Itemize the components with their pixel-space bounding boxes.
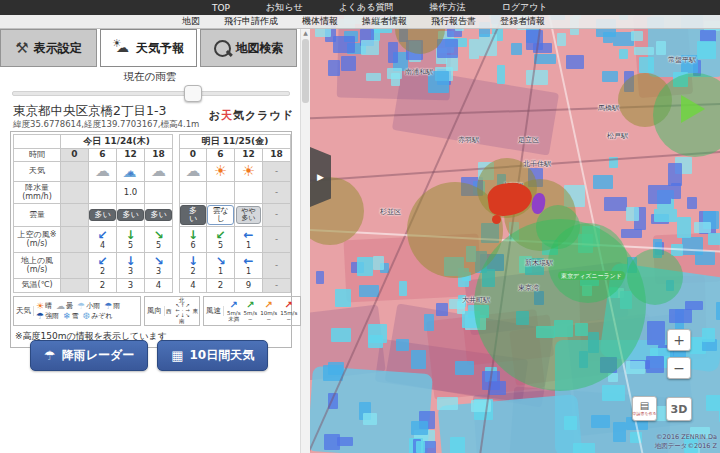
zoom-in-button[interactable]: + xyxy=(667,329,691,351)
chevron-right-icon: ▶ xyxy=(317,172,324,182)
precip-cell xyxy=(145,182,173,204)
wind-arrow-icon: ↘ xyxy=(215,255,225,267)
map-copyright: ©2016 ZENRIN Da 地図データ©2016 Z xyxy=(655,433,717,450)
panel-scrollbar[interactable]: ▲ xyxy=(300,28,310,453)
make-document-button[interactable]: ▤ 申請書を作る xyxy=(632,396,657,421)
sun-icon: ☀ xyxy=(36,301,44,311)
scrollbar-up-icon[interactable]: ▲ xyxy=(301,29,310,36)
row-label-surface-wind: 地上の風(m/s) xyxy=(13,253,61,279)
map-overlay xyxy=(416,441,425,453)
weather-widget: 今日 11/24(木)明日 11/25(金)時間061218061218天気☁☁… xyxy=(10,131,292,348)
cloud-icon: ☁ xyxy=(151,164,166,179)
top-nav-item-4[interactable]: ログアウト xyxy=(502,1,548,14)
map-overlay xyxy=(708,233,720,245)
cloud-badge: 多い xyxy=(180,205,206,226)
temp-cell: 9 xyxy=(235,279,263,293)
location-coordinates: 緯度35.6778614,経度139.7703167,標高4.1m xyxy=(13,119,199,131)
weather-icon-cell: ☁ xyxy=(89,162,117,182)
menu-bar-item-5[interactable]: 登録者情報 xyxy=(500,15,545,28)
table-corner-cell xyxy=(13,134,61,149)
row-label-temp: 気温(℃) xyxy=(13,279,61,293)
map-overlay xyxy=(669,309,692,323)
map-overlay xyxy=(366,73,381,81)
3d-view-button[interactable]: 3D xyxy=(666,397,692,421)
map-overlay xyxy=(357,257,373,276)
menu-bar: 地図飛行申請作成機体情報操縦者情報飛行報告書登録者情報 xyxy=(0,15,720,29)
legend-wind-speed-item: ↗5m/s~ xyxy=(244,300,258,323)
cloud-cover-cell: 雲なし xyxy=(207,204,235,227)
map-overlay xyxy=(604,197,627,211)
map-place-label: 新木場駅 xyxy=(525,258,553,268)
map-place-label: 杉並区 xyxy=(380,207,401,217)
top-nav-bar: TOPお知らせよくある質問操作方法ログアウト xyxy=(0,0,720,15)
menu-bar-item-3[interactable]: 操縦者情報 xyxy=(362,15,407,28)
cloud-icon: ☁ xyxy=(56,301,65,311)
map-overlay xyxy=(455,361,474,375)
map-overlay xyxy=(424,314,435,331)
panel-collapse-handle[interactable]: ▶ xyxy=(310,147,331,207)
map-overlay xyxy=(368,324,387,343)
hour-cell: 6 xyxy=(207,149,235,162)
legend-weather-item: ☀晴 xyxy=(36,301,52,311)
hour-cell: 12 xyxy=(235,149,263,162)
document-icon: ▤ xyxy=(640,401,649,411)
row-label-time: 時間 xyxy=(13,149,61,162)
menu-bar-item-1[interactable]: 飛行申請作成 xyxy=(224,15,278,28)
map-place-label: 松戸駅 xyxy=(607,131,628,141)
weather-icon-cell: ☀ xyxy=(235,162,263,182)
map-overlay xyxy=(593,175,613,189)
hour-cell: 12 xyxy=(117,149,145,162)
day-header-tomorrow: 明日 11/25(金) xyxy=(179,134,291,149)
scrollbar-thumb[interactable] xyxy=(302,39,309,103)
precip-cell: 1.0 xyxy=(117,182,145,204)
wind-cell: ↓2 xyxy=(179,253,207,279)
map-overlay xyxy=(331,328,351,342)
weather-icon-cell: ☁❄ xyxy=(117,162,145,182)
precip-cell xyxy=(235,182,263,204)
menu-bar-item-0[interactable]: 地図 xyxy=(182,15,200,28)
temp-cell: - xyxy=(263,279,291,293)
menu-bar-item-4[interactable]: 飛行報告書 xyxy=(431,15,476,28)
top-nav-item-2[interactable]: よくある質問 xyxy=(339,1,394,14)
zoom-out-button[interactable]: − xyxy=(667,357,691,379)
map-overlay xyxy=(626,361,645,374)
map-place-label: 赤羽駅 xyxy=(458,135,479,145)
top-nav-item-3[interactable]: 操作方法 xyxy=(430,1,466,14)
map-place-label: 北千住駅 xyxy=(523,159,551,169)
panel-tabs: ⚒ 表示設定 ☀☁ 天気予報 地図検索 xyxy=(0,28,300,67)
weather-icon-cell: - xyxy=(263,162,291,182)
map-overlay xyxy=(573,443,595,453)
hour-cell: 0 xyxy=(61,149,89,162)
tab-display-settings[interactable]: ⚒ 表示設定 xyxy=(0,29,97,67)
map-overlay xyxy=(526,70,548,85)
slider-handle[interactable] xyxy=(184,85,202,102)
cloud-icon: ☁ xyxy=(186,164,201,179)
hour-cell: 6 xyxy=(89,149,117,162)
rain-radar-button[interactable]: ☂ 降雨レーダー xyxy=(30,340,148,371)
tab-map-search[interactable]: 地図検索 xyxy=(200,29,297,67)
menu-bar-item-2[interactable]: 機体情報 xyxy=(302,15,338,28)
map-canvas[interactable]: ▶ + − 3D ▤ 申請書を作る ©2016 ZENRIN Da 地図データ©… xyxy=(310,15,720,453)
top-nav-item-0[interactable]: TOP xyxy=(212,3,230,13)
wind-arrow-icon: ↓ xyxy=(188,255,198,267)
cloud-cover-cell xyxy=(61,204,89,227)
magnifier-icon xyxy=(214,40,231,57)
map-place-label: 大井町駅 xyxy=(462,295,490,305)
map-overlay xyxy=(677,217,691,237)
ten-day-weather-button[interactable]: ▦ 10日間天気 xyxy=(157,340,268,371)
tab-weather-forecast[interactable]: ☀☁ 天気予報 xyxy=(100,29,197,67)
cloud-badge: やや多い xyxy=(236,206,260,225)
weather-panel: ⚒ 表示設定 ☀☁ 天気予報 地図検索 ▲ 現在の雨雲 東京都中央区京橋2丁目1… xyxy=(0,28,310,453)
rain-cloud-slider-label: 現在の雨雲 xyxy=(0,70,300,84)
precip-cell xyxy=(89,182,117,204)
temp-cell: 4 xyxy=(145,279,173,293)
legend-weather-item: ❆みぞれ xyxy=(83,311,113,321)
cloud-cover-cell: 多い xyxy=(117,204,145,227)
top-nav-item-1[interactable]: お知らせ xyxy=(266,1,303,14)
precip-cell xyxy=(179,182,207,204)
legend-wind-speed-box: 風速↗5m/s未満↗5m/s~↗10m/s~↗15m/s~ xyxy=(203,296,301,326)
legend-wind-speed-item: ↗5m/s未満 xyxy=(227,300,241,323)
rain-cloud-time-slider[interactable] xyxy=(12,91,290,96)
cloud-cover-cell: 多い xyxy=(89,204,117,227)
map-overlay xyxy=(391,73,399,86)
